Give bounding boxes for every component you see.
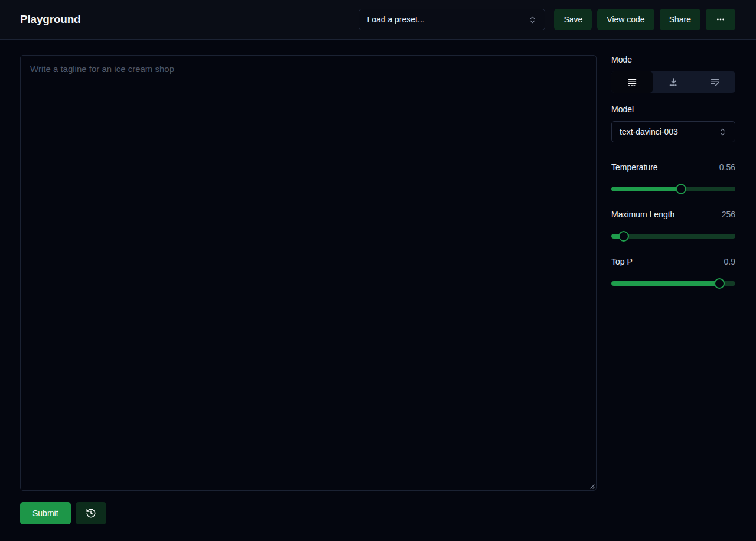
model-selected-value: text-davinci-003	[620, 127, 678, 136]
slider-track	[611, 187, 735, 191]
slider-track	[611, 234, 735, 239]
top-p-value: 0.9	[724, 257, 735, 266]
temperature-slider-thumb[interactable]	[676, 184, 686, 194]
maximum-length-slider[interactable]	[611, 231, 735, 242]
slider-fill	[611, 281, 719, 286]
chevrons-up-down-icon	[528, 15, 537, 24]
main-content: Submit Mode	[0, 40, 756, 540]
mode-tablist	[611, 71, 735, 93]
insert-mode-icon	[669, 77, 679, 87]
header: Playground Load a preset... Save View co…	[0, 0, 756, 40]
top-p-slider[interactable]	[611, 278, 735, 289]
history-icon	[86, 508, 96, 519]
model-select[interactable]: text-davinci-003	[611, 121, 735, 142]
load-preset-placeholder: Load a preset...	[367, 15, 424, 24]
temperature-group: Temperature 0.56	[611, 162, 735, 194]
page-title: Playground	[20, 13, 81, 26]
view-code-button[interactable]: View code	[597, 9, 654, 30]
mode-tab-insert[interactable]	[653, 71, 694, 93]
prompt-editor-wrap	[20, 55, 597, 491]
share-button[interactable]: Share	[660, 9, 700, 30]
prompt-textarea[interactable]	[20, 55, 597, 491]
more-options-button[interactable]	[706, 9, 735, 30]
maximum-length-value: 256	[722, 210, 735, 219]
top-p-slider-thumb[interactable]	[714, 278, 725, 289]
maximum-length-group: Maximum Length 256	[611, 210, 735, 242]
maximum-length-slider-thumb[interactable]	[618, 231, 629, 242]
load-preset-select[interactable]: Load a preset...	[359, 9, 545, 30]
editor-column: Submit	[20, 55, 597, 540]
complete-mode-icon	[627, 77, 637, 87]
chevrons-up-down-icon	[718, 128, 727, 136]
edit-mode-icon	[710, 77, 720, 87]
mode-label: Mode	[611, 55, 735, 64]
mode-tab-edit[interactable]	[694, 71, 735, 93]
settings-sidebar: Mode Model	[611, 55, 735, 540]
model-label: Model	[611, 105, 735, 114]
temperature-value: 0.56	[719, 162, 735, 172]
mode-tab-complete[interactable]	[611, 71, 653, 93]
history-button[interactable]	[76, 502, 106, 524]
submit-button[interactable]: Submit	[20, 502, 71, 524]
temperature-slider[interactable]	[611, 184, 735, 194]
temperature-label: Temperature	[611, 162, 658, 172]
maximum-length-label: Maximum Length	[611, 210, 674, 219]
editor-footer: Submit	[20, 502, 597, 540]
header-actions: Load a preset... Save View code Share	[359, 9, 735, 30]
ellipsis-icon	[716, 15, 725, 24]
top-p-group: Top P 0.9	[611, 257, 735, 289]
slider-fill	[611, 187, 681, 191]
top-p-label: Top P	[611, 257, 633, 266]
save-button[interactable]: Save	[554, 9, 592, 30]
